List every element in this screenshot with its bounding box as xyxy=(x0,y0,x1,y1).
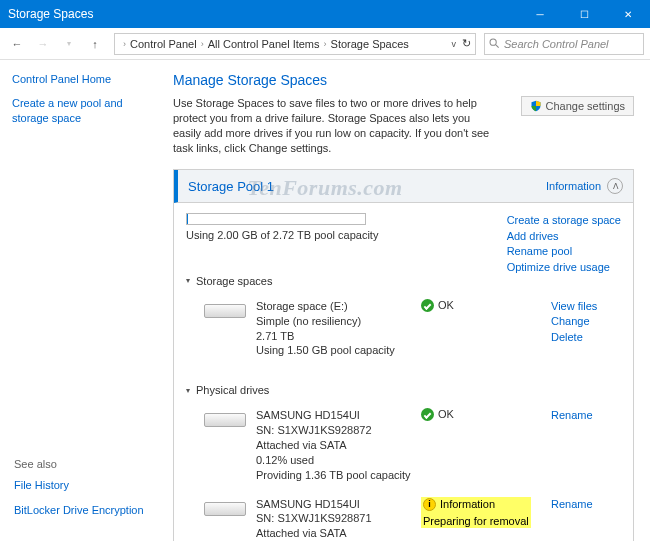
drive-status: OK xyxy=(421,408,551,482)
sidebar-home-link[interactable]: Control Panel Home xyxy=(12,72,153,86)
section-header-spaces[interactable]: ▾ Storage spaces xyxy=(186,275,621,287)
change-settings-button[interactable]: Change settings xyxy=(521,96,635,116)
main-panel: Manage Storage Spaces Use Storage Spaces… xyxy=(165,60,650,541)
expand-icon: ▾ xyxy=(186,386,190,395)
status-message: Preparing for removal xyxy=(423,515,529,527)
drive-actions: Rename xyxy=(551,408,621,482)
maximize-button[interactable]: ☐ xyxy=(562,0,606,28)
pool-information-link[interactable]: Information xyxy=(546,180,601,192)
create-space-link[interactable]: Create a storage space xyxy=(507,213,621,228)
section-header-drives[interactable]: ▾ Physical drives xyxy=(186,384,621,396)
status-label: Information xyxy=(440,498,495,510)
forward-button[interactable]: → xyxy=(32,33,54,55)
back-button[interactable]: ← xyxy=(6,33,28,55)
change-link[interactable]: Change xyxy=(551,314,621,329)
drive-icon xyxy=(204,499,246,521)
chevron-right-icon: › xyxy=(324,39,327,49)
pool-links: Create a storage space Add drives Rename… xyxy=(507,213,621,275)
svg-point-0 xyxy=(490,39,496,45)
breadcrumb-item[interactable]: Storage Spaces xyxy=(331,38,409,50)
recent-dropdown[interactable]: ▾ xyxy=(58,33,80,55)
pool-header: Storage Pool 1 Information ᐱ xyxy=(174,170,633,203)
drive-details: SAMSUNG HD154UI SN: S1XWJ1KS928872 Attac… xyxy=(256,408,421,482)
storage-pool-box: Storage Pool 1 Information ᐱ Create a st… xyxy=(173,169,634,541)
refresh-icon[interactable]: ↻ xyxy=(462,37,471,50)
page-description: Use Storage Spaces to save files to two … xyxy=(173,96,493,155)
pool-name: Storage Pool 1 xyxy=(188,179,546,194)
storage-space-item: Storage space (E:) Simple (no resiliency… xyxy=(186,295,621,368)
page-title: Manage Storage Spaces xyxy=(173,72,634,88)
physical-drive-item: SAMSUNG HD154UI SN: S1XWJ1KS928872 Attac… xyxy=(186,404,621,492)
breadcrumb-item[interactable]: Control Panel xyxy=(130,38,197,50)
section-header-label: Physical drives xyxy=(196,384,269,396)
search-icon xyxy=(489,38,500,49)
drive-actions: Rename xyxy=(551,497,621,541)
change-settings-label: Change settings xyxy=(546,100,626,112)
usage-bar xyxy=(186,213,366,225)
search-input[interactable]: Search Control Panel xyxy=(484,33,644,55)
space-details: Storage space (E:) Simple (no resiliency… xyxy=(256,299,421,358)
add-drives-link[interactable]: Add drives xyxy=(507,229,621,244)
collapse-icon[interactable]: ᐱ xyxy=(607,178,623,194)
file-history-link[interactable]: File History xyxy=(14,478,144,492)
drive-icon xyxy=(204,410,246,432)
chevron-right-icon: › xyxy=(201,39,204,49)
window-title: Storage Spaces xyxy=(8,7,93,21)
breadcrumb-item[interactable]: All Control Panel Items xyxy=(208,38,320,50)
drive-status-info: i Information Preparing for removal xyxy=(421,497,551,541)
delete-link[interactable]: Delete xyxy=(551,330,621,345)
minimize-button[interactable]: ─ xyxy=(518,0,562,28)
up-button[interactable]: ↑ xyxy=(84,33,106,55)
space-actions: View files Change Delete xyxy=(551,299,621,358)
ok-icon xyxy=(421,408,434,421)
view-files-link[interactable]: View files xyxy=(551,299,621,314)
search-placeholder: Search Control Panel xyxy=(504,38,609,50)
physical-drive-item: SAMSUNG HD154UI SN: S1XWJ1KS928871 Attac… xyxy=(186,493,621,541)
physical-drives-section: ▾ Physical drives SAMSUNG HD154UI SN: S1… xyxy=(186,384,621,541)
drive-icon xyxy=(204,301,246,323)
bitlocker-link[interactable]: BitLocker Drive Encryption xyxy=(14,503,144,517)
chevron-right-icon: › xyxy=(123,39,126,49)
sidebar-create-pool-link[interactable]: Create a new pool and storage space xyxy=(12,96,153,125)
rename-drive-link[interactable]: Rename xyxy=(551,408,621,423)
space-status: OK xyxy=(421,299,551,358)
info-icon: i xyxy=(423,498,436,511)
ok-icon xyxy=(421,299,434,312)
see-also-header: See also xyxy=(14,458,144,470)
close-button[interactable]: ✕ xyxy=(606,0,650,28)
optimize-link[interactable]: Optimize drive usage xyxy=(507,260,621,275)
storage-spaces-section: ▾ Storage spaces Storage space (E:) Simp… xyxy=(186,275,621,368)
drive-details: SAMSUNG HD154UI SN: S1XWJ1KS928871 Attac… xyxy=(256,497,421,541)
svg-line-1 xyxy=(496,45,499,48)
navbar: ← → ▾ ↑ › Control Panel › All Control Pa… xyxy=(0,28,650,60)
section-header-label: Storage spaces xyxy=(196,275,272,287)
rename-pool-link[interactable]: Rename pool xyxy=(507,244,621,259)
shield-icon xyxy=(530,100,542,112)
expand-icon: ▾ xyxy=(186,276,190,285)
addressbar[interactable]: › Control Panel › All Control Panel Item… xyxy=(114,33,476,55)
rename-drive-link[interactable]: Rename xyxy=(551,497,621,512)
addressbar-dropdown-icon[interactable]: v xyxy=(452,39,457,49)
see-also-section: See also File History BitLocker Drive En… xyxy=(14,458,144,527)
titlebar: Storage Spaces ─ ☐ ✕ xyxy=(0,0,650,28)
sidebar: Control Panel Home Create a new pool and… xyxy=(0,60,165,541)
window-buttons: ─ ☐ ✕ xyxy=(518,0,650,28)
